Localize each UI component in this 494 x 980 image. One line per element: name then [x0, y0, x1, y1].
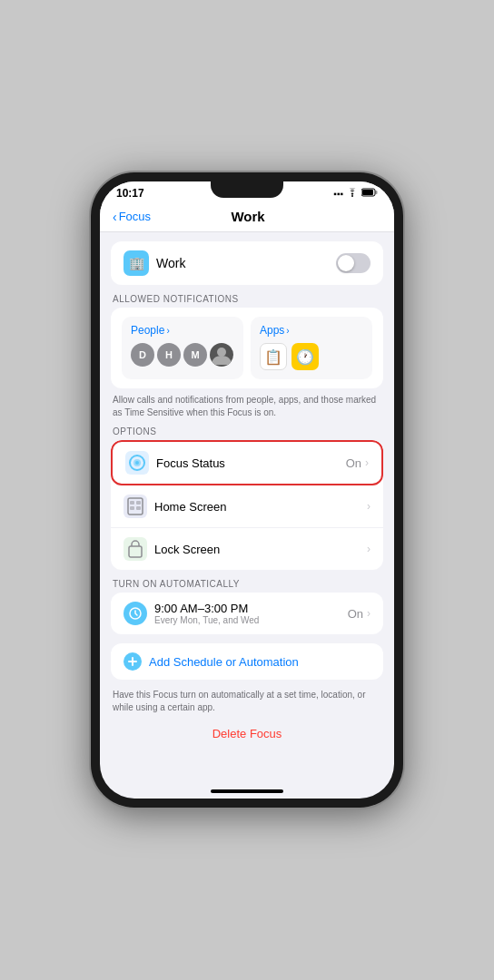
allowed-info-text: Allow calls and notifications from peopl…: [113, 394, 381, 419]
work-toggle-label: Work: [156, 256, 185, 270]
scroll-area: 🏢 Work ALLOWED NOTIFICATIONS People ›: [100, 232, 394, 786]
auto-card: 9:00 AM–3:00 PM Every Mon, Tue, and Wed …: [111, 593, 383, 634]
reminders-icon: 📋: [260, 343, 287, 370]
svg-rect-13: [129, 546, 142, 557]
wifi-icon: [347, 188, 358, 199]
focus-status-value: On: [346, 456, 361, 470]
lock-screen-chevron-icon: ›: [367, 543, 370, 555]
app-icons-row: 📋 🕐: [260, 343, 363, 370]
work-icon: 🏢: [124, 250, 149, 276]
add-schedule-row[interactable]: Add Schedule or Automation: [111, 643, 383, 680]
avatar-m: M: [183, 343, 207, 367]
avatar-row: D H M: [131, 343, 234, 367]
delete-focus-button[interactable]: Delete Focus: [100, 721, 394, 742]
schedule-chevron-icon: ›: [367, 607, 370, 620]
svg-rect-10: [136, 501, 141, 505]
people-col[interactable]: People › D H M: [122, 317, 243, 379]
options-label: OPTIONS: [113, 426, 381, 436]
svg-point-0: [351, 195, 353, 197]
allowed-notifications-label: ALLOWED NOTIFICATIONS: [113, 294, 381, 304]
work-toggle[interactable]: [336, 253, 370, 273]
svg-rect-12: [136, 506, 141, 510]
people-chevron: ›: [166, 326, 169, 336]
page-title: Work: [114, 209, 381, 224]
focus-status-row[interactable]: Focus Status On ›: [111, 440, 383, 485]
add-schedule-card: Add Schedule or Automation: [111, 643, 383, 680]
focus-status-icon: [125, 451, 149, 475]
schedule-time: 9:00 AM–3:00 PM: [154, 602, 348, 615]
phone-frame: 10:17 ▪▪▪ ‹ Focus Work: [91, 172, 403, 808]
clock-icon: 🕐: [291, 343, 319, 370]
toggle-knob: [338, 255, 354, 271]
work-toggle-card: 🏢 Work: [111, 241, 383, 285]
schedule-text: 9:00 AM–3:00 PM Every Mon, Tue, and Wed: [154, 602, 348, 625]
svg-point-4: [217, 348, 226, 357]
svg-rect-9: [130, 501, 134, 505]
focus-status-chevron-icon: ›: [365, 456, 369, 469]
battery-icon: [361, 188, 378, 199]
work-toggle-row: 🏢 Work: [111, 241, 383, 285]
lock-screen-row[interactable]: Lock Screen ›: [111, 528, 383, 570]
focus-status-label: Focus Status: [156, 456, 346, 470]
auto-info-text: Have this Focus turn on automatically at…: [113, 689, 381, 714]
lock-screen-icon: [124, 537, 147, 561]
schedule-days: Every Mon, Tue, and Wed: [154, 615, 348, 625]
avatar-photo: [210, 343, 233, 367]
phone-screen: 10:17 ▪▪▪ ‹ Focus Work: [100, 181, 394, 799]
apps-chevron: ›: [286, 326, 289, 336]
status-time: 10:17: [116, 187, 144, 200]
add-schedule-label: Add Schedule or Automation: [149, 655, 299, 669]
home-screen-row[interactable]: Home Screen ›: [111, 485, 383, 528]
home-screen-chevron-icon: ›: [367, 500, 370, 513]
allowed-cols: People › D H M: [122, 317, 372, 379]
lock-screen-label: Lock Screen: [154, 543, 367, 556]
auto-label: TURN ON AUTOMATICALLY: [113, 579, 381, 589]
options-card: Focus Status On › Home Screen ›: [111, 440, 383, 570]
home-screen-icon: [124, 495, 147, 518]
svg-rect-11: [130, 506, 134, 510]
status-icons: ▪▪▪: [333, 188, 378, 199]
svg-rect-3: [362, 190, 373, 195]
home-screen-label: Home Screen: [154, 500, 367, 514]
avatar-d: D: [131, 343, 154, 367]
allowed-notifications-card: People › D H M: [111, 308, 383, 388]
people-title: People ›: [131, 324, 234, 337]
home-indicator: [211, 789, 283, 793]
status-bar: 10:17 ▪▪▪: [100, 181, 394, 203]
signal-icon: ▪▪▪: [333, 189, 343, 199]
svg-rect-2: [376, 191, 378, 194]
schedule-value: On: [348, 607, 363, 621]
add-icon: [124, 652, 142, 671]
schedule-row[interactable]: 9:00 AM–3:00 PM Every Mon, Tue, and Wed …: [111, 593, 383, 634]
svg-point-7: [135, 461, 139, 465]
notch: [211, 181, 283, 198]
avatar-h: H: [157, 343, 181, 367]
schedule-icon: [124, 602, 147, 625]
navigation-bar: ‹ Focus Work: [100, 203, 394, 232]
svg-rect-8: [128, 498, 143, 514]
apps-title: Apps ›: [260, 324, 363, 337]
apps-col[interactable]: Apps › 📋 🕐: [251, 317, 372, 379]
